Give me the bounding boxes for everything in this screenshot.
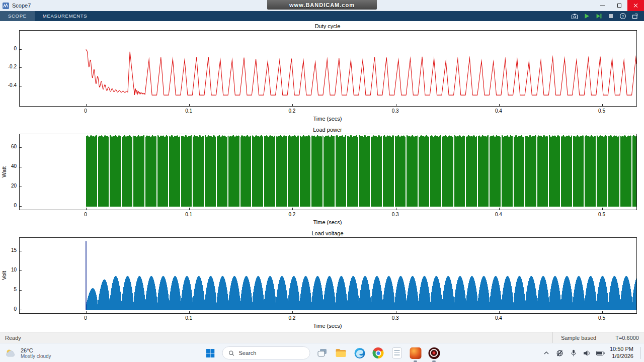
taskbar-tray: 10:50 PM 1/9/2026 [542,343,641,362]
plot-canvas[interactable] [19,134,637,210]
x-tick-label: 0 [74,315,97,321]
weather-condition: Mostly cloudy [21,353,51,359]
close-button[interactable] [627,0,644,11]
status-ready: Ready [5,335,21,341]
search-input[interactable]: Search [222,346,310,359]
taskbar-center: Search [204,343,441,362]
matlab-icon[interactable] [409,345,422,360]
x-tick-label: 0.4 [488,315,510,321]
x-tick-label: 0.4 [488,108,510,114]
x-tick-label: 0.1 [178,108,200,114]
x-tick-label: 0.3 [384,212,407,217]
chevron-up-icon[interactable] [542,348,551,358]
tab-scope[interactable]: SCOPE [0,11,35,21]
scope-panel: Load power Watt Time (secs) 00.10.20.30.… [0,125,644,228]
minimize-button[interactable] [594,0,611,11]
scope-toolstrip: SCOPE MEASUREMENTS ? [0,11,644,21]
scope-panel: Load voltage Volt Time (secs) 00.10.20.3… [0,228,644,332]
y-tick-label: -0.4 [0,82,17,88]
status-sim-time: T=0.6000 [615,335,639,341]
stop-icon[interactable] [606,12,615,21]
y-tick-label: 0 [0,46,17,51]
x-tick-label: 0.2 [281,108,303,114]
x-tick-label: 0.3 [384,315,407,321]
status-sample-mode: Sample based [561,335,596,341]
x-tick-label: 0 [74,108,97,114]
edge-icon[interactable] [353,345,366,360]
plot-canvas[interactable] [19,237,637,314]
chrome-icon[interactable] [372,345,385,360]
scope-plots: Duty cycle Time (secs) 00.10.20.30.40.50… [0,21,644,332]
x-tick-label: 0.1 [178,212,200,217]
y-tick-label: 60 [0,144,17,149]
x-tick-label: 0.3 [384,108,407,114]
y-tick-label: 40 [0,163,17,169]
cloud-icon [4,348,17,358]
y-tick-label: 20 [0,183,17,189]
search-placeholder: Search [239,350,257,356]
scope-window: Scope7 www.BANDICAM.com SCOPE MEASUREMEN… [0,0,644,362]
bandicam-icon[interactable] [428,345,441,360]
scope-panel: Duty cycle Time (secs) 00.10.20.30.40.50… [0,21,644,125]
status-bar: Ready Sample based T=0.6000 [0,332,644,343]
maximize-icon [617,4,621,8]
clock-time: 10:50 PM [610,346,633,353]
y-tick-label: 0 [0,203,17,208]
clock-date: 1/9/2026 [610,353,633,360]
task-view-button[interactable] [316,345,329,360]
minimize-icon [600,6,605,6]
x-tick-label: 0 [74,212,97,217]
start-button[interactable] [204,345,217,360]
x-tick-label: 0.5 [591,315,613,321]
microphone-icon[interactable] [569,348,578,358]
taskbar-clock[interactable]: 10:50 PM 1/9/2026 [610,346,633,360]
dock-icon[interactable] [630,12,639,21]
volume-icon[interactable] [583,348,592,358]
y-tick-label: 15 [0,247,17,253]
x-tick-label: 0.5 [591,108,613,114]
run-icon[interactable] [582,12,591,21]
close-icon [633,3,638,8]
x-tick-label: 0.4 [488,212,510,217]
tab-measurements[interactable]: MEASUREMENTS [35,11,96,21]
x-axis-label: Time (secs) [19,219,636,225]
x-axis-label: Time (secs) [19,323,636,329]
battery-icon[interactable] [596,348,605,358]
notepad-icon[interactable] [390,345,404,360]
x-tick-label: 0.5 [591,212,613,217]
file-explorer-icon[interactable] [335,345,348,360]
weather-temperature: 26°C [21,347,51,353]
weather-widget[interactable]: 26°C Mostly cloudy [4,345,51,360]
show-desktop-button[interactable] [640,347,641,359]
x-tick-label: 0.1 [178,315,200,321]
plot-title: Load power [19,127,636,133]
y-tick-label: 5 [0,287,17,292]
plot-title: Load voltage [19,230,636,236]
taskbar: 26°C Mostly cloudy Search 10:50 PM 1/9/2… [0,343,644,362]
help-icon[interactable]: ? [618,12,627,21]
svg-text:?: ? [621,14,624,19]
search-icon [228,350,235,356]
y-tick-label: 0 [0,306,17,312]
toolstrip-tools: ? [570,11,644,21]
snapshot-icon[interactable] [570,12,579,21]
plot-canvas[interactable] [19,30,637,107]
bandicam-watermark: www.BANDICAM.com [267,0,377,10]
maximize-button[interactable] [611,0,627,11]
plot-title: Duty cycle [19,23,636,29]
x-axis-label: Time (secs) [19,116,636,122]
window-title: Scope7 [12,3,31,9]
no-internet-icon[interactable] [555,348,565,358]
y-tick-label: 10 [0,267,17,273]
x-tick-label: 0.2 [281,315,303,321]
x-tick-label: 0.2 [281,212,303,217]
scope-window-icon [3,3,9,9]
y-tick-label: -0.2 [0,64,17,69]
step-forward-icon[interactable] [594,12,603,21]
